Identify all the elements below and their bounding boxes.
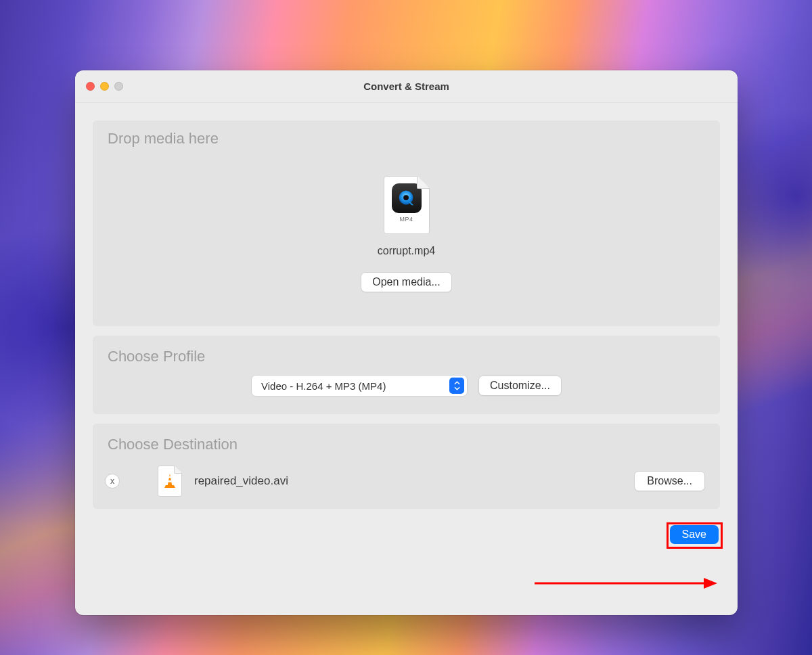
traffic-lights (86, 82, 123, 91)
choose-profile-title: Choose Profile (108, 348, 705, 365)
source-file: MP4 corrupt.mp4 (378, 176, 435, 257)
svg-rect-3 (168, 480, 171, 482)
window-title: Convert & Stream (75, 81, 738, 92)
profile-select-value: Video - H.264 + MP3 (MP4) (261, 380, 386, 392)
open-media-button[interactable]: Open media... (361, 272, 452, 292)
profile-select[interactable]: Video - H.264 + MP3 (MP4) (251, 375, 468, 397)
titlebar[interactable]: Convert & Stream (75, 70, 738, 103)
window-content: Drop media here (75, 103, 738, 615)
svg-point-1 (403, 195, 409, 200)
quicktime-icon (392, 183, 422, 213)
footer: Save (93, 525, 720, 544)
mp4-file-icon: MP4 (384, 176, 430, 234)
maximize-button (114, 82, 123, 91)
vlc-cone-icon (163, 473, 177, 489)
drop-media-title: Drop media here (108, 130, 219, 148)
choose-profile-panel: Choose Profile Video - H.264 + MP3 (MP4)… (93, 336, 720, 414)
convert-stream-window: Convert & Stream Drop media here (75, 70, 738, 615)
file-extension-label: MP4 (399, 216, 413, 223)
svg-rect-2 (168, 476, 171, 478)
destination-filename: repaired_video.avi (194, 474, 288, 488)
drop-media-panel[interactable]: Drop media here (93, 120, 720, 326)
updown-stepper-icon (449, 378, 464, 394)
save-button[interactable]: Save (670, 525, 719, 544)
destination-file-icon (158, 466, 182, 497)
close-button[interactable] (86, 82, 95, 91)
customize-button[interactable]: Customize... (478, 376, 562, 396)
choose-destination-title: Choose Destination (108, 436, 705, 453)
minimize-button[interactable] (100, 82, 109, 91)
choose-destination-panel: Choose Destination x repaired_video.avi … (93, 424, 720, 509)
browse-button[interactable]: Browse... (634, 471, 705, 491)
clear-destination-button[interactable]: x (105, 474, 120, 489)
source-filename: corrupt.mp4 (378, 245, 435, 257)
